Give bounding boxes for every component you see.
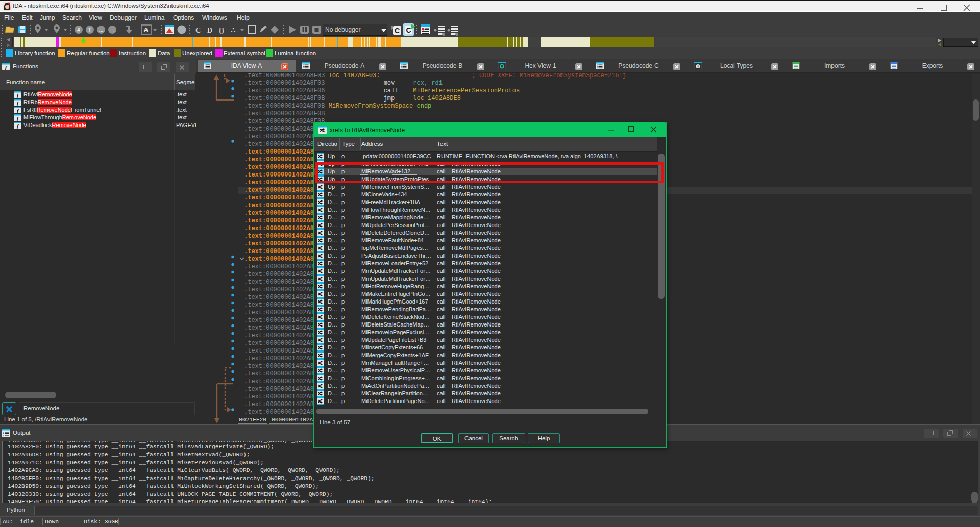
svg-text:C: C — [395, 27, 400, 35]
svg-text:...: ... — [99, 27, 104, 33]
svg-text:C: C — [195, 27, 201, 34]
svg-text:D: D — [207, 27, 212, 34]
svg-text:{}: {} — [218, 27, 225, 34]
svg-text:C: C — [406, 26, 411, 34]
svg-text:A: A — [143, 26, 149, 34]
svg-text:→: → — [110, 27, 115, 33]
svg-text:∴: ∴ — [231, 27, 236, 34]
svg-text:T: T — [88, 27, 91, 33]
svg-text:#: # — [77, 27, 80, 33]
